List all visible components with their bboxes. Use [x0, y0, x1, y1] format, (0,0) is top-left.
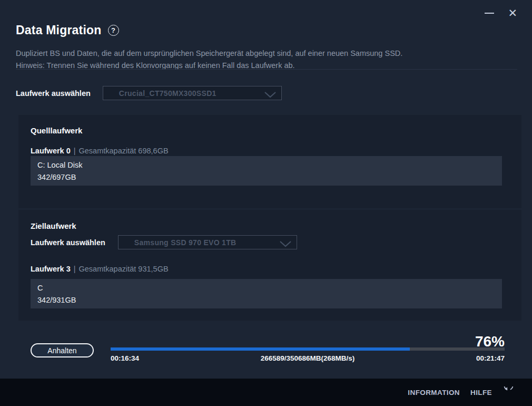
source-partition-name: C: Local Disk [37, 160, 502, 171]
target-drive-meta: Laufwerk 3|Gesamtkapazität 931,5GB [31, 265, 169, 273]
target-drive-capacity: Gesamtkapazität 931,5GB [79, 265, 169, 273]
target-select-row: Laufwerk auswählen Samsung SSD 970 EVO 1… [31, 235, 297, 249]
chevron-down-icon [280, 240, 291, 249]
header-divider [16, 69, 517, 70]
progress-labels: 00:16:34 266589/350686MB(268MB/s) 00:21:… [111, 354, 505, 364]
close-icon[interactable]: ✕ [508, 6, 517, 20]
information-link[interactable]: INFORMATION [408, 389, 460, 397]
progress-bar-fill [111, 347, 410, 351]
target-partition-name: C [37, 283, 502, 294]
source-drive-panel: Quelllaufwerk Laufwerk 0|Gesamtkapazität… [18, 115, 521, 208]
window-controls: ✕ [485, 6, 517, 20]
target-section-title: Ziellaufwerk [31, 221, 76, 230]
source-drive-dropdown[interactable]: Crucial_CT750MX300SSD1 [103, 86, 282, 100]
target-drive-panel: Ziellaufwerk Laufwerk auswählen Samsung … [18, 210, 521, 321]
source-partition-bar[interactable]: C: Local Disk 342/697GB [31, 156, 502, 186]
help-link[interactable]: HILFE [470, 389, 492, 397]
target-drive-dropdown-value: Samsung SSD 970 EVO 1TB [134, 238, 237, 247]
source-select-row: Laufwerk auswählen Crucial_CT750MX300SSD… [16, 86, 282, 100]
progress-bar [111, 347, 505, 351]
description: Dupliziert BS und Daten, die auf dem urs… [16, 47, 402, 72]
target-drive-dropdown[interactable]: Samsung SSD 970 EVO 1TB [118, 235, 297, 249]
description-line-1: Dupliziert BS und Daten, die auf dem urs… [16, 47, 402, 60]
source-drive-capacity: Gesamtkapazität 698,6GB [79, 147, 169, 155]
remaining-time: 00:21:47 [476, 354, 505, 362]
chevron-down-icon [264, 91, 276, 100]
footer: INFORMATION HILFE [0, 379, 532, 406]
minimize-icon[interactable] [485, 6, 494, 20]
target-partition-usage: 342/931GB [37, 294, 502, 306]
source-select-label: Laufwerk auswählen [16, 89, 91, 98]
description-line-2: Hinweis: Trennen Sie während des Klonvor… [16, 60, 402, 72]
data-migration-window: ✕ Data Migration ? Dupliziert BS und Dat… [0, 0, 532, 406]
source-section-title: Quelllaufwerk [31, 126, 82, 135]
source-drive-meta: Laufwerk 0|Gesamtkapazität 698,6GB [31, 147, 169, 155]
help-icon[interactable]: ? [108, 25, 119, 36]
source-partition-usage: 342/697GB [37, 171, 502, 183]
target-drive-name: Laufwerk 3 [31, 265, 71, 273]
header: Data Migration ? [16, 23, 119, 37]
target-select-label: Laufwerk auswählen [31, 238, 105, 247]
page-title: Data Migration [16, 23, 102, 37]
transfer-detail: 266589/350686MB(268MB/s) [111, 354, 505, 362]
source-drive-dropdown-value: Crucial_CT750MX300SSD1 [119, 89, 216, 98]
refresh-icon[interactable] [503, 386, 515, 399]
source-drive-name: Laufwerk 0 [31, 147, 71, 155]
pause-button[interactable]: Anhalten [31, 343, 94, 357]
target-partition-bar[interactable]: C 342/931GB [31, 279, 502, 308]
